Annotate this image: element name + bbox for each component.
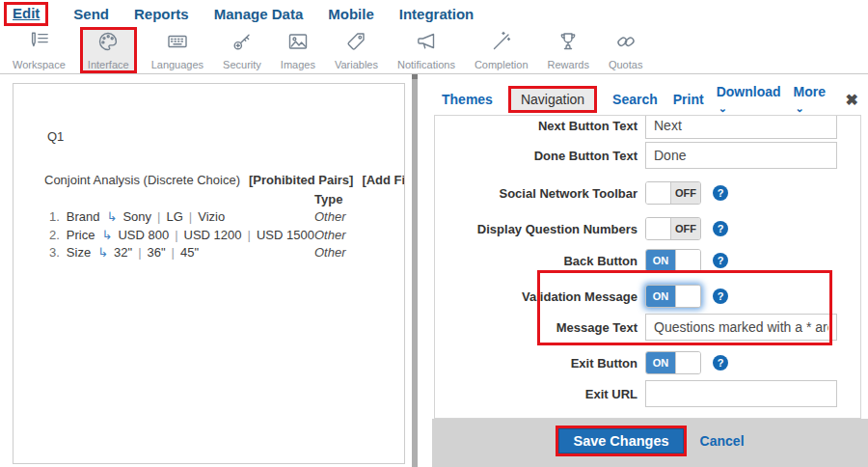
help-icon[interactable]: ? — [713, 253, 728, 268]
image-icon — [286, 30, 310, 57]
toggle-knob — [675, 250, 700, 271]
download-dropdown[interactable]: Download ⌄ — [717, 84, 781, 115]
toolbar-item-label: Languages — [151, 59, 203, 70]
help-icon[interactable]: ? — [713, 355, 728, 371]
next-button-text-input[interactable] — [645, 115, 837, 139]
attribute-name: Price — [67, 228, 95, 242]
toolbar-item-security[interactable]: Security — [218, 27, 266, 73]
field-label: Validation Message — [435, 289, 637, 304]
field-label: Display Question Numbers — [435, 222, 637, 236]
field-label: Exit URL — [435, 387, 637, 401]
branch-arrow-icon: ↳ — [97, 245, 108, 260]
toolbar-item-notifications[interactable]: Notifications — [393, 27, 460, 73]
attribute-type: Other — [314, 209, 346, 224]
row-number: 1. — [49, 209, 60, 224]
palette-icon — [96, 30, 120, 57]
toolbar-item-label: Quotas — [609, 59, 642, 70]
navigation-settings-form: Next Button Text Done Button Text Social… — [434, 115, 861, 419]
form-row: Social Network Toolbar OFF ? — [435, 179, 824, 206]
exit-button-toggle[interactable]: ON — [645, 351, 701, 374]
nav-edit[interactable]: Edit — [13, 5, 40, 21]
form-row: Message Text — [435, 314, 824, 341]
toolbar-item-label: Security — [223, 59, 261, 70]
nav-manage-data[interactable]: Manage Data — [214, 6, 304, 22]
option-separator: | — [132, 245, 147, 260]
option-separator: | — [242, 228, 257, 242]
field-label: Exit Button — [435, 356, 637, 371]
option-value: 36" — [148, 245, 166, 260]
row-number: 2. — [49, 228, 60, 242]
add-fixed-tasks-link[interactable]: [Add Fixed Tasks — [362, 173, 405, 187]
nav-integration[interactable]: Integration — [399, 6, 475, 22]
question-code: Q1 — [47, 129, 64, 144]
option-value: 45" — [180, 245, 199, 260]
save-highlight-box: Save Changes — [556, 426, 686, 456]
attribute-options: Sony|LG|Vizio — [122, 209, 225, 224]
back-button-toggle[interactable]: ON — [645, 249, 701, 272]
row-number: 3. — [49, 245, 60, 260]
tab-themes[interactable]: Themes — [442, 92, 493, 107]
help-icon[interactable]: ? — [713, 185, 728, 201]
validation-message-toggle[interactable]: ON — [645, 285, 701, 308]
toolbar-item-label: Images — [281, 59, 315, 70]
social-network-toolbar-toggle[interactable]: OFF — [645, 181, 701, 205]
toolbar-item-label: Notifications — [397, 59, 455, 70]
option-value: LG — [166, 209, 182, 224]
attribute-options: 32"|36"|45" — [114, 245, 199, 260]
done-button-text-input[interactable] — [645, 142, 837, 169]
toolbar-item-images[interactable]: Images — [276, 27, 320, 73]
save-changes-button[interactable]: Save Changes — [558, 428, 683, 453]
message-text-input[interactable] — [645, 314, 837, 341]
toolbar-item-label: Rewards — [548, 59, 589, 70]
toolbar-item-completion[interactable]: Completion — [470, 27, 533, 73]
toolbar-item-variables[interactable]: Variables — [330, 27, 383, 73]
app-window: Edit Send Reports Manage Data Mobile Int… — [0, 0, 868, 467]
toolbar-item-rewards[interactable]: Rewards — [543, 27, 594, 73]
tab-search[interactable]: Search — [612, 92, 658, 107]
attribute-row: 3.Size↳32"|36"|45" Other — [49, 245, 404, 263]
question-title[interactable]: Conjoint Analysis (Discrete Choice) — [44, 173, 240, 187]
toolbar-item-languages[interactable]: Languages — [147, 27, 208, 73]
form-row: Back Button ON ? — [435, 247, 824, 274]
tag-icon — [344, 30, 367, 57]
field-label: Done Button Text — [435, 149, 637, 163]
nav-mobile[interactable]: Mobile — [328, 6, 374, 22]
toolbar-item-label: Workspace — [13, 59, 66, 70]
toolbar-item-workspace[interactable]: Workspace — [8, 27, 70, 73]
branch-arrow-icon: ↳ — [101, 228, 112, 242]
field-label: Back Button — [435, 254, 637, 268]
nav-reports[interactable]: Reports — [134, 6, 189, 22]
option-value: Vizio — [198, 209, 225, 224]
edit-toolbar: Workspace Interface Languages Security I… — [0, 27, 868, 74]
edit-highlight-box: Edit — [4, 2, 48, 26]
option-value: USD 1200 — [184, 228, 242, 242]
option-separator: | — [183, 209, 198, 224]
toolbar-item-interface[interactable]: Interface — [80, 27, 137, 73]
form-row: Exit Button ON ? — [435, 349, 824, 376]
close-icon[interactable]: ✖ — [846, 91, 858, 109]
help-icon[interactable]: ? — [713, 221, 728, 236]
display-question-numbers-toggle[interactable]: OFF — [645, 217, 701, 240]
option-separator: | — [151, 209, 166, 224]
survey-preview-panel: Q1 Conjoint Analysis (Discrete Choice)[P… — [13, 83, 405, 464]
prohibited-pairs-link[interactable]: [Prohibited Pairs] — [249, 173, 353, 187]
toolbar-item-quotas[interactable]: Quotas — [604, 27, 647, 73]
pen-list-icon — [27, 30, 50, 57]
toolbar-item-label: Variables — [335, 59, 378, 70]
more-dropdown[interactable]: More ⌄ — [794, 84, 827, 115]
nav-send[interactable]: Send — [73, 6, 109, 22]
chain-icon — [614, 30, 637, 57]
option-separator: | — [166, 245, 180, 260]
attribute-list: 1.Brand↳Sony|LG|Vizio Other 2.Price↳USD … — [49, 209, 404, 263]
help-icon[interactable]: ? — [713, 288, 728, 304]
question-header: Conjoint Analysis (Discrete Choice)[Proh… — [44, 173, 405, 187]
tab-navigation[interactable]: Navigation — [508, 86, 597, 113]
field-label: Next Button Text — [435, 119, 637, 133]
top-nav: Edit Send Reports Manage Data Mobile Int… — [0, 0, 868, 27]
wand-icon — [490, 30, 513, 57]
exit-url-input[interactable] — [645, 380, 837, 407]
trophy-icon — [556, 30, 580, 57]
toggle-knob — [675, 286, 700, 307]
cancel-button[interactable]: Cancel — [700, 433, 745, 449]
print-link[interactable]: Print — [673, 92, 704, 107]
